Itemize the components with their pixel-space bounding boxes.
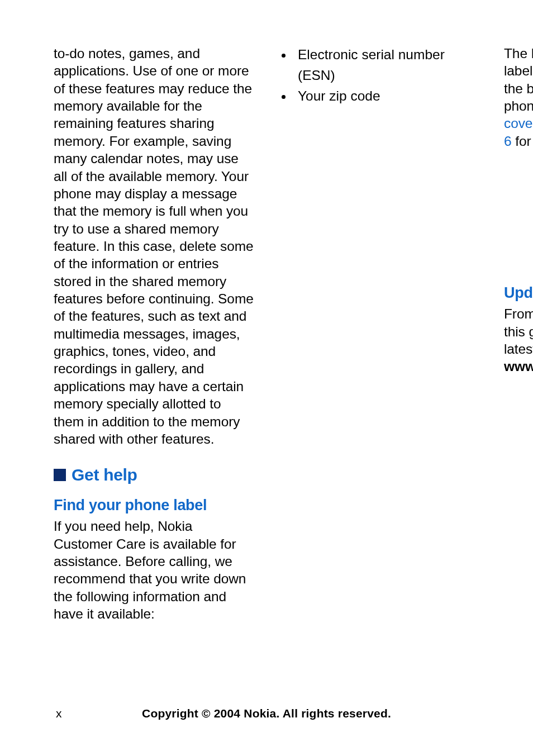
- text-run: From time to time, Nokia updates this gu…: [504, 306, 533, 356]
- section-heading-text: Get help: [72, 465, 137, 484]
- body-paragraph-memory: to-do notes, games, and applications. Us…: [54, 45, 254, 448]
- bullet-square-icon: [54, 469, 66, 481]
- body-paragraph-esn: The ESN is found on the type label, whic…: [504, 45, 533, 150]
- footer-copyright: Copyright © 2004 Nokia. All rights reser…: [0, 707, 533, 720]
- phone-label-illustration: [504, 156, 533, 277]
- sub-heading-updates: Updates: [504, 284, 533, 302]
- body-paragraph-updates: From time to time, Nokia updates this gu…: [504, 305, 533, 375]
- text-run: The ESN is found on the type label, whic…: [504, 46, 533, 113]
- bullet-list: Electronic serial number (ESN) Your zip …: [279, 45, 479, 106]
- text-run: for more information.: [512, 134, 533, 149]
- website-url: www.nokia-asia.com: [504, 359, 533, 374]
- list-item: Your zip code: [293, 86, 479, 107]
- two-column-layout: to-do notes, games, and applications. Us…: [54, 45, 479, 665]
- section-heading-get-help: Get help: [54, 465, 254, 484]
- body-paragraph-help: If you need help, Nokia Customer Care is…: [54, 517, 254, 622]
- sub-heading-find-label: Find your phone label: [54, 497, 254, 514]
- list-item: Electronic serial number (ESN): [293, 45, 479, 86]
- document-page: to-do notes, games, and applications. Us…: [0, 0, 533, 756]
